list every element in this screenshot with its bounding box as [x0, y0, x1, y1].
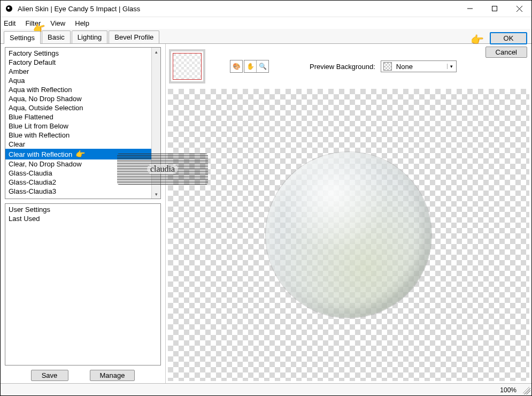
manage-button[interactable]: Manage [90, 370, 135, 381]
menu-edit[interactable]: Edit [4, 19, 16, 27]
scroll-up-button[interactable]: ▴ [152, 48, 160, 56]
list-item[interactable]: Amber [5, 67, 160, 76]
zoom-tool-icon[interactable]: 🔍 [257, 60, 268, 72]
color-tool-icon[interactable]: 🎨 [230, 60, 243, 73]
watermark: claudia [117, 154, 208, 185]
close-button[interactable] [507, 1, 531, 17]
pointer-icon: 👉 [471, 33, 484, 46]
scroll-down-button[interactable]: ▾ [152, 190, 160, 199]
svg-rect-1 [492, 6, 497, 11]
settings-panel: ▴ ▾ Factory SettingsFactory DefaultAmber… [1, 44, 166, 383]
cancel-button[interactable]: Cancel [485, 47, 527, 58]
list-item[interactable]: Aqua [5, 76, 160, 85]
status-bar: 100% [1, 383, 531, 396]
tab-bevel-profile[interactable]: Bevel Profile [109, 31, 159, 43]
list-item[interactable]: Factory Default [5, 58, 160, 67]
menu-help[interactable]: Help [75, 19, 89, 27]
resize-grip[interactable] [523, 387, 530, 394]
app-icon [5, 4, 13, 13]
list-item[interactable]: Aqua, Outside Selection [5, 103, 160, 112]
preview-background-value: None [394, 63, 447, 71]
list-item[interactable]: Clear [5, 140, 160, 149]
titlebar: Alien Skin | Eye Candy 5 Impact | Glass [1, 1, 531, 17]
tabstrip: Settings Basic Lighting Bevel Profile [1, 29, 531, 44]
list-item[interactable]: Blue with Reflection [5, 131, 160, 140]
menubar: Edit Filter View Help [1, 17, 531, 29]
list-item[interactable]: Glass-Claudia3 [5, 187, 160, 196]
tab-settings[interactable]: Settings [4, 31, 41, 44]
pointer-icon: 👉 [75, 149, 86, 158]
list-item[interactable]: Blue Lit from Below [5, 121, 160, 131]
nav-tool-group: ✋ 🔍 [244, 60, 269, 73]
list-item[interactable]: Last Used [5, 214, 160, 223]
save-button[interactable]: Save [31, 370, 68, 381]
zoom-level: 100% [500, 386, 516, 394]
preview-thumbnail[interactable] [169, 49, 205, 83]
list-item[interactable]: Aqua, No Drop Shadow [5, 94, 160, 103]
preview-area[interactable] [168, 89, 529, 381]
tab-lighting[interactable]: Lighting [72, 31, 108, 43]
ok-button[interactable]: OK [490, 32, 527, 44]
preview-background-label: Preview Background: [310, 63, 375, 71]
watermark-text: claudia [147, 164, 178, 174]
preview-background-combo[interactable]: None ▾ [381, 60, 457, 72]
glass-preview [266, 152, 431, 318]
chevron-down-icon[interactable]: ▾ [447, 64, 456, 69]
minimize-button[interactable] [458, 1, 482, 17]
preview-toolbar: 🎨 ✋ 🔍 Preview Background: None ▾ [166, 44, 531, 89]
list-header: Factory Settings [5, 49, 160, 58]
maximize-button[interactable] [482, 1, 507, 17]
list-item[interactable]: Blue Flattened [5, 112, 160, 121]
transparent-swatch-icon [383, 62, 392, 71]
hand-tool-icon[interactable]: ✋ [244, 60, 257, 72]
list-header: User Settings [5, 205, 160, 214]
window-title: Alien Skin | Eye Candy 5 Impact | Glass [18, 5, 458, 13]
list-item[interactable]: Aqua with Reflection [5, 85, 160, 94]
menu-view[interactable]: View [50, 19, 65, 27]
user-settings-list[interactable]: User SettingsLast Used [5, 203, 161, 365]
